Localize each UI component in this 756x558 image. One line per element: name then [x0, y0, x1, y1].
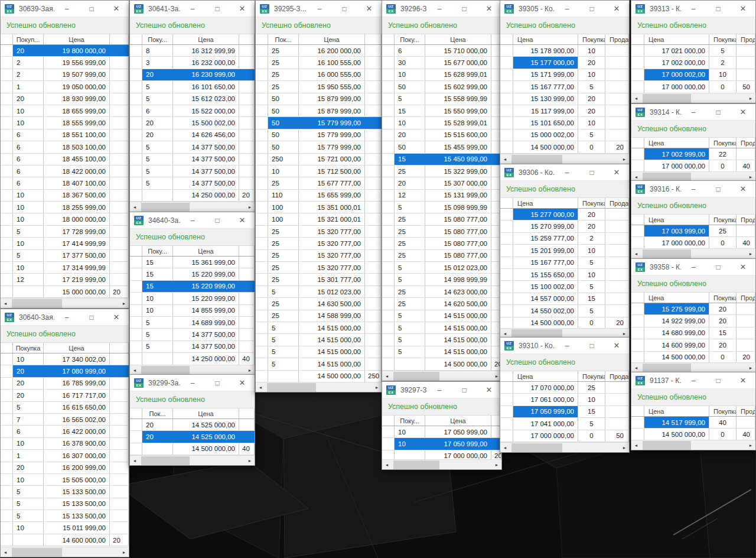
cell-price[interactable]: 15 275 999,00	[644, 303, 709, 314]
scroll-left-button[interactable]: ◄	[256, 382, 265, 392]
close-button[interactable]: ✕	[731, 259, 755, 275]
table-row[interactable]: 514 377 500,00	[130, 166, 255, 177]
cell-sell-quantity[interactable]	[737, 69, 755, 80]
cell-price[interactable]: 15 259 777,00	[513, 233, 578, 244]
cell-buy-quantity[interactable]: 20	[578, 105, 605, 116]
column-header-price[interactable]: Цена	[173, 408, 239, 418]
table-row[interactable]: 1017 050 999,00	[382, 426, 501, 438]
table-row[interactable]: 2019 800 000,00	[1, 45, 129, 57]
cell-price[interactable]: 15 201 999,00	[513, 245, 578, 256]
scroll-left-button[interactable]: ◄	[382, 460, 392, 469]
maximize-button[interactable]: □	[706, 181, 731, 197]
cell-price[interactable]: 15 177 000,00	[513, 57, 578, 68]
table-row[interactable]: 515 558 999,99	[382, 93, 501, 105]
scroll-right-button[interactable]: ►	[492, 460, 501, 469]
scroll-left-button[interactable]: ◄	[631, 440, 641, 450]
cell-price[interactable]: 17 000 000,00	[644, 160, 709, 171]
cell-sell-quantity[interactable]	[737, 303, 755, 314]
cell-price[interactable]: 14 600 999,00	[644, 339, 709, 351]
title-bar[interactable]: UZEX39314 - К...–□✕	[631, 104, 755, 120]
table-row[interactable]: 618 455 100,00	[1, 154, 129, 166]
cell-buy-quantity[interactable]: 20	[709, 303, 737, 314]
column-header-buy-quantity[interactable]: Покупка	[13, 343, 44, 353]
scroll-left-button[interactable]: ◄	[500, 443, 510, 452]
scrollbar-thumb[interactable]	[141, 203, 190, 212]
column-header-price[interactable]: Цена	[513, 371, 578, 381]
table-row[interactable]: 2514 623 000,00	[382, 286, 501, 298]
horizontal-scrollbar[interactable]: ◄►	[500, 442, 629, 452]
maximize-button[interactable]: □	[332, 1, 357, 17]
table-row[interactable]: 1215 131 999,00	[382, 190, 501, 202]
column-header-sell-quantity[interactable]: Продажа	[737, 138, 755, 148]
uzex-logo-icon[interactable]: UZEX	[636, 376, 645, 385]
cell-price[interactable]: 15 100 002,00	[513, 281, 578, 292]
column-header-buy-quantity[interactable]: Покупка	[709, 138, 737, 148]
table-row[interactable]: 15 000 000,0020	[1, 286, 129, 298]
minimize-button[interactable]: –	[427, 382, 452, 398]
column-header-sell-quantity[interactable]	[239, 246, 255, 256]
column-header-buy-quantity[interactable]: Поку...	[142, 34, 173, 44]
cell-price[interactable]: 14 500 000,00	[644, 429, 709, 440]
table-row[interactable]: 2516 100 555,00	[256, 57, 382, 69]
column-header-buy-quantity[interactable]: Покупка	[709, 34, 737, 44]
table-row[interactable]: 5015 779 999,00	[256, 141, 382, 153]
table-row[interactable]: 2017 080 999,00	[1, 365, 129, 377]
table-row[interactable]: 514 998 999,99	[382, 274, 501, 286]
close-button[interactable]: ✕	[604, 164, 629, 180]
cell-buy-quantity[interactable]: 5	[578, 418, 605, 429]
table-row[interactable]: 2514 620 500,00	[382, 298, 501, 310]
close-button[interactable]: ✕	[477, 1, 501, 17]
scrollbar-thumb[interactable]	[393, 372, 439, 381]
horizontal-scrollbar[interactable]: ◄►	[1, 298, 129, 308]
table-row[interactable]: 5015 779 999,00	[256, 117, 382, 129]
minimize-button[interactable]: –	[681, 1, 706, 17]
title-bar[interactable]: UZEX39295-З...–□✕	[256, 1, 382, 17]
table-row[interactable]: 1515 220 999,00	[130, 281, 255, 293]
table-row[interactable]: 514 377 500,00	[130, 141, 255, 153]
title-bar[interactable]: UZEX30639-Зая...–□✕	[1, 1, 129, 17]
cell-price[interactable]: 14 550 002,00	[513, 305, 578, 316]
table-row[interactable]: 516 101 650,00	[130, 81, 255, 93]
uzex-logo-icon[interactable]: UZEX	[5, 313, 14, 322]
table-row[interactable]: 2016 200 999,00	[1, 462, 129, 474]
cell-buy-quantity[interactable]: 15	[709, 327, 737, 339]
cell-sell-quantity[interactable]	[605, 105, 629, 116]
uzex-logo-icon[interactable]: UZEX	[134, 216, 144, 225]
title-bar[interactable]: UZEX91137 - К...–□✕	[631, 372, 755, 388]
cell-buy-quantity[interactable]: 25	[578, 382, 605, 393]
cell-price[interactable]: 17 000 002,00	[644, 69, 709, 80]
title-bar[interactable]: UZEX30640-Зая...–□✕	[1, 309, 129, 325]
column-header-sell-quantity[interactable]: Продажа	[737, 215, 755, 225]
table-row[interactable]: 5015 879 999,00	[256, 93, 382, 105]
cell-sell-quantity[interactable]	[737, 327, 755, 339]
table-row[interactable]: 10015 321 000,01	[256, 213, 382, 225]
cell-buy-quantity[interactable]: 20	[578, 220, 605, 232]
table-row[interactable]: 1515 361 999,00	[130, 257, 255, 268]
table-row[interactable]: 5015 602 999,00	[382, 81, 501, 93]
cell-buy-quantity[interactable]: 5	[578, 81, 605, 92]
cell-price[interactable]: 15 167 777,00	[513, 257, 578, 268]
minimize-button[interactable]: –	[180, 1, 205, 17]
minimize-button[interactable]: –	[307, 1, 332, 17]
cell-buy-quantity[interactable]: 0	[709, 237, 737, 248]
cell-price[interactable]: 17 002 999,00	[644, 148, 709, 160]
scrollbar-track[interactable]	[641, 249, 746, 258]
scroll-right-button[interactable]: ►	[119, 299, 129, 308]
maximize-button[interactable]: □	[579, 1, 604, 17]
maximize-button[interactable]: □	[706, 1, 731, 17]
table-row[interactable]: 515 012 023,00	[382, 262, 501, 274]
column-header-buy-quantity[interactable]: Поку...	[395, 34, 425, 44]
table-row[interactable]: 615 522 000,00	[130, 105, 255, 117]
table-row[interactable]: 2515 677 777,00	[256, 177, 382, 189]
minimize-button[interactable]: –	[427, 1, 452, 17]
cell-buy-quantity[interactable]: 10	[578, 394, 605, 405]
table-row[interactable]: 1018 555 999,00	[1, 117, 129, 129]
cell-sell-quantity[interactable]	[605, 117, 629, 128]
table-row[interactable]: 2516 000 555,00	[256, 69, 382, 81]
table-row[interactable]: 515 012 023,00	[256, 286, 382, 298]
scroll-right-button[interactable]: ►	[746, 249, 755, 258]
table-row[interactable]: 14 500 000,00250	[256, 371, 382, 382]
horizontal-scrollbar[interactable]: ◄►	[256, 382, 382, 392]
close-button[interactable]: ✕	[104, 1, 129, 17]
table-row[interactable]: 514 377 500,00	[130, 154, 255, 166]
